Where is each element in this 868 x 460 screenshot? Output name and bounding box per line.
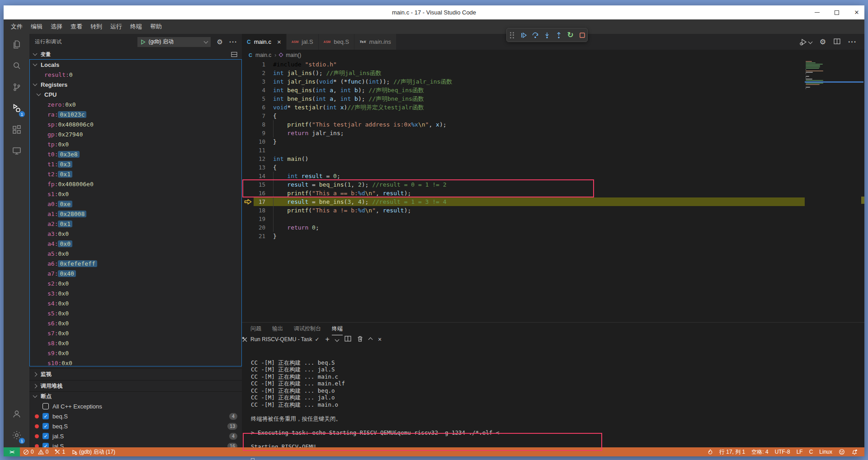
variable-row[interactable]: s5: 0x0 — [30, 308, 241, 318]
line-number[interactable]: 1 — [254, 61, 265, 68]
explorer-icon[interactable] — [4, 34, 29, 55]
variable-row[interactable]: t1: 0x3 — [30, 159, 241, 169]
line-number[interactable]: 20 — [254, 224, 265, 231]
breakpoint-row[interactable]: ✓beq.S4 — [29, 411, 242, 421]
debug-current-line-arrow[interactable] — [242, 199, 254, 205]
scope-row[interactable]: CPU — [30, 89, 241, 99]
line-number[interactable]: 10 — [254, 138, 265, 145]
variable-row[interactable]: t2: 0x1 — [30, 169, 241, 179]
checkbox-checked-icon[interactable]: ✓ — [42, 433, 49, 439]
variables-tree[interactable]: Localsresult: 0RegistersCPUzero: 0x0ra: … — [29, 59, 242, 366]
line-number[interactable]: 12 — [254, 155, 265, 162]
code-editor[interactable]: 1#include "stdio.h"2int jal_ins(); //声明j… — [242, 60, 864, 322]
panel-tab-调试控制台[interactable]: 调试控制台 — [294, 323, 321, 335]
variable-row[interactable]: a0: 0xe — [30, 199, 241, 209]
editor-tab-main.c[interactable]: Cmain.c× — [242, 34, 287, 50]
launch-config-dropdown[interactable]: (gdb) 启动 — [137, 37, 211, 47]
line-number[interactable]: 17 — [254, 198, 265, 205]
line-number[interactable]: 4 — [254, 87, 265, 94]
split-editor-icon[interactable] — [834, 38, 840, 46]
variable-row[interactable]: a4: 0x0 — [30, 239, 241, 249]
menu-item[interactable]: 转到 — [86, 20, 106, 33]
cursor-position-status[interactable]: 行 17, 列 1 — [716, 447, 748, 456]
variable-row[interactable]: s3: 0x0 — [30, 288, 241, 298]
extension-flame-status[interactable] — [704, 447, 716, 456]
run-and-debug-icon[interactable]: 1 — [4, 98, 29, 119]
line-number[interactable]: 3 — [254, 78, 265, 85]
variable-row[interactable]: s6: 0x0 — [30, 318, 241, 328]
breadcrumb-file[interactable]: main.c — [255, 52, 271, 58]
encoding-status[interactable]: UTF-8 — [772, 447, 793, 456]
variable-row[interactable]: s1: 0x0 — [30, 189, 241, 199]
breadcrumb-symbol[interactable]: main() — [286, 52, 301, 58]
breakpoint-row[interactable]: ✓jal.S4 — [29, 431, 242, 441]
editor-settings-gear-icon[interactable]: ⚙ — [820, 38, 826, 46]
restart-icon[interactable]: ↻ — [565, 30, 576, 41]
feedback-status[interactable] — [835, 447, 848, 456]
variable-row[interactable]: fp: 0x408006e0 — [30, 179, 241, 189]
minimap[interactable] — [806, 61, 858, 89]
variable-row[interactable]: s7: 0x0 — [30, 328, 241, 338]
running-tasks-status[interactable]: 1 — [52, 447, 68, 456]
debug-settings-gear-icon[interactable]: ⚙ — [217, 38, 223, 46]
line-number[interactable]: 14 — [254, 173, 265, 179]
variable-row[interactable]: a5: 0x0 — [30, 249, 241, 258]
menu-item[interactable]: 帮助 — [146, 20, 166, 33]
menu-item[interactable]: 编辑 — [27, 20, 47, 33]
step-over-icon[interactable] — [530, 30, 541, 41]
close-icon[interactable]: × — [277, 38, 281, 45]
line-number[interactable]: 8 — [254, 121, 265, 128]
breadcrumb[interactable]: C main.c › main() — [242, 50, 864, 60]
editor-tab-jal.S[interactable]: ASMjal.S — [287, 34, 319, 50]
editor-tab-main.ins[interactable]: TeXmain.ins — [354, 34, 396, 50]
scope-row[interactable]: Locals — [30, 60, 241, 70]
problems-status[interactable]: 0 0 — [20, 447, 52, 456]
variable-row[interactable]: a7: 0x40 — [30, 268, 241, 278]
extensions-icon[interactable] — [4, 119, 29, 140]
breakpoint-row[interactable]: ✓beq.S13 — [29, 421, 242, 431]
os-status[interactable]: Linux — [816, 447, 835, 456]
line-number[interactable]: 7 — [254, 113, 265, 119]
language-mode-status[interactable]: C — [806, 447, 816, 456]
account-icon[interactable] — [4, 403, 29, 424]
line-number[interactable]: 9 — [254, 130, 265, 136]
remote-indicator[interactable]: >< — [4, 447, 20, 456]
variable-row[interactable]: s2: 0x0 — [30, 278, 241, 288]
search-icon[interactable] — [4, 55, 29, 76]
variable-row[interactable]: s9: 0x0 — [30, 348, 241, 358]
variable-row[interactable]: a6: 0xfefefeff — [30, 258, 241, 268]
checkbox-checked-icon[interactable]: ✓ — [42, 443, 49, 447]
watch-section-header[interactable]: 监视 — [29, 368, 242, 380]
line-number[interactable]: 2 — [254, 70, 265, 76]
line-number[interactable]: 5 — [254, 95, 265, 102]
terminal[interactable]: CC -[M] 正在构建 ... beq.SCC -[M] 正在构建 ... j… — [242, 335, 864, 447]
panel-tab-终端[interactable]: 终端 — [332, 323, 343, 335]
menu-item[interactable]: 查看 — [66, 20, 86, 33]
variable-row[interactable]: a2: 0x1 — [30, 219, 241, 229]
variable-row[interactable]: s10: 0x0 — [30, 358, 241, 366]
line-number[interactable]: 18 — [254, 207, 265, 214]
line-number[interactable]: 21 — [254, 233, 265, 239]
more-actions-icon[interactable]: ··· — [229, 38, 237, 46]
menu-item[interactable]: 文件 — [7, 20, 27, 33]
notifications-status[interactable] — [848, 447, 861, 456]
continue-icon[interactable] — [519, 30, 529, 41]
variable-row[interactable]: t0: 0x3e8 — [30, 149, 241, 159]
checkbox-checked-icon[interactable]: ✓ — [42, 413, 49, 419]
source-control-icon[interactable] — [4, 76, 29, 98]
drag-grip-icon[interactable] — [507, 30, 517, 41]
maximize-icon[interactable] — [834, 9, 840, 16]
breakpoints-section-header[interactable]: 断点 — [29, 391, 242, 401]
debug-session-status[interactable]: (gdb) 启动 (17) — [68, 447, 118, 456]
variable-row[interactable]: a1: 0x28008 — [30, 209, 241, 219]
variable-row[interactable]: ra: 0x1023c — [30, 109, 241, 119]
run-or-debug-icon[interactable] — [799, 38, 812, 46]
stop-icon[interactable] — [577, 30, 587, 41]
variable-row[interactable]: gp: 0x27940 — [30, 129, 241, 139]
variable-row[interactable]: result: 0 — [30, 70, 241, 80]
menu-item[interactable]: 终端 — [126, 20, 146, 33]
line-number[interactable]: 19 — [254, 216, 265, 222]
panel-tab-问题[interactable]: 问题 — [250, 323, 261, 335]
step-out-icon[interactable] — [553, 30, 564, 41]
variables-section-header[interactable]: 变量 — [29, 50, 242, 59]
